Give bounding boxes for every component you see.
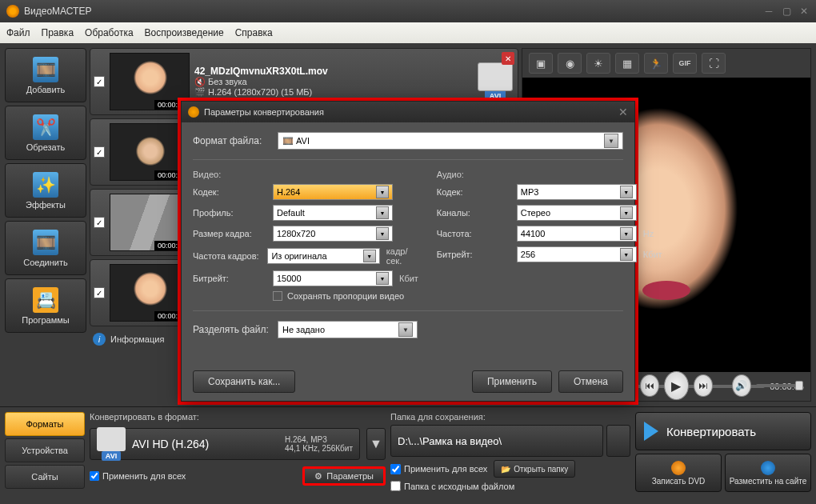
file-checkbox[interactable]: ✓ bbox=[94, 217, 105, 228]
video-codec-dropdown[interactable]: H.264▼ bbox=[273, 184, 393, 200]
apply-all-folder-checkbox[interactable]: Применить для всех bbox=[390, 464, 487, 474]
sidebar: 🎞️ Добавить ✂️ Обрезать ✨ Эффекты 🎞️ Сое… bbox=[5, 48, 86, 402]
menu-playback[interactable]: Воспроизведение bbox=[145, 27, 224, 38]
chevron-down-icon: ▼ bbox=[398, 322, 413, 337]
scissors-icon: ✂️ bbox=[33, 114, 58, 140]
video-section-label: Видео: bbox=[193, 170, 421, 179]
keep-aspect-checkbox[interactable]: Сохранять пропорции видео bbox=[273, 291, 421, 301]
sidebar-join[interactable]: 🎞️ Соединить bbox=[5, 221, 86, 275]
gear-icon bbox=[188, 106, 199, 118]
join-icon: 🎞️ bbox=[33, 230, 58, 255]
crop-tool-icon[interactable]: ▣ bbox=[529, 53, 553, 74]
playback-controls: ⏮ ▶ ⏭ 🔊 bbox=[640, 371, 803, 400]
file-name: 42_MDzIQmvnuXR3X0tL.mov bbox=[194, 66, 471, 77]
video-profile-label: Профиль: bbox=[193, 208, 270, 218]
audio-codec-label: Кодек: bbox=[437, 187, 514, 197]
menu-process[interactable]: Обработка bbox=[85, 27, 134, 38]
channels-dropdown[interactable]: Стерео▼ bbox=[517, 205, 637, 221]
dialog-buttons: Сохранить как... Применить Отмена bbox=[182, 370, 634, 401]
convert-arrow-icon bbox=[644, 422, 658, 441]
file-checkbox[interactable]: ✓ bbox=[94, 146, 105, 158]
volume-button[interactable]: 🔊 bbox=[732, 374, 751, 397]
menu-edit[interactable]: Правка bbox=[42, 27, 74, 38]
publish-button[interactable]: Разместить на сайте bbox=[725, 454, 811, 492]
gear-icon: ⚙ bbox=[314, 471, 322, 482]
source-folder-checkbox[interactable]: Папка с исходным файлом bbox=[390, 481, 514, 491]
file-meta: 42_MDzIQmvnuXR3X0tL.mov 🔇 Без звука 🎬 H.… bbox=[194, 66, 471, 98]
file-checkbox[interactable]: ✓ bbox=[94, 287, 105, 298]
play-button[interactable]: ▶ bbox=[664, 371, 689, 400]
file-audio: Без звука bbox=[208, 77, 247, 86]
sidebar-cut[interactable]: ✂️ Обрезать bbox=[5, 106, 86, 160]
parameters-button[interactable]: ⚙ Параметры bbox=[302, 466, 386, 486]
folder-path-selector[interactable]: D:\...\Рамка на видео\ bbox=[390, 425, 603, 457]
menu-help[interactable]: Справка bbox=[235, 27, 273, 38]
video-bitrate-dropdown[interactable]: 15000▼ bbox=[273, 270, 393, 286]
format-sub1: H.264, MP3 bbox=[285, 435, 353, 444]
prev-button[interactable]: ⏮ bbox=[640, 374, 659, 397]
speed-tool-icon[interactable]: 🏃 bbox=[644, 53, 668, 74]
next-button[interactable]: ⏭ bbox=[694, 374, 713, 397]
minimize-button[interactable]: ─ bbox=[763, 6, 774, 17]
info-label: Информация bbox=[110, 334, 164, 344]
brightness-tool-icon[interactable]: ☀ bbox=[586, 53, 610, 74]
dialog-close-button[interactable]: ✕ bbox=[618, 106, 628, 118]
folder-path: D:\...\Рамка на видео\ bbox=[398, 435, 502, 447]
sidebar-programs-label: Программы bbox=[22, 315, 69, 325]
fullscreen-tool-icon[interactable]: ⛶ bbox=[702, 53, 726, 74]
sidebar-programs[interactable]: 📇 Программы bbox=[5, 278, 86, 333]
info-icon: i bbox=[93, 333, 106, 346]
apply-all-label: Применить для всех bbox=[102, 471, 186, 481]
apply-button[interactable]: Применить bbox=[472, 370, 552, 393]
sidebar-join-label: Соединить bbox=[23, 258, 68, 267]
open-folder-button[interactable]: 📂 Открыть папку bbox=[494, 460, 575, 478]
audio-codec-dropdown[interactable]: MP3▼ bbox=[517, 184, 637, 200]
tab-formats[interactable]: Форматы bbox=[5, 412, 85, 436]
close-button[interactable]: ✕ bbox=[798, 6, 810, 17]
rotate-tool-icon[interactable]: ◉ bbox=[558, 53, 582, 74]
folder-label: Папка для сохранения: bbox=[390, 412, 630, 422]
convert-panel: Конвертировать в формат: AVI AVI HD (H.2… bbox=[90, 412, 386, 499]
split-file-value: Не задано bbox=[282, 325, 325, 334]
browse-folder-button[interactable] bbox=[606, 425, 630, 457]
file-checkbox[interactable]: ✓ bbox=[94, 76, 105, 87]
frequency-dropdown[interactable]: 44100▼ bbox=[517, 226, 637, 242]
video-bitrate-label: Битрейт: bbox=[193, 274, 270, 283]
sidebar-effects[interactable]: ✨ Эффекты bbox=[5, 163, 86, 218]
convert-button[interactable]: Конвертировать bbox=[635, 412, 811, 450]
folder-panel: Папка для сохранения: D:\...\Рамка на ви… bbox=[390, 412, 630, 499]
frame-size-dropdown[interactable]: 1280x720▼ bbox=[273, 226, 393, 242]
fps-dropdown[interactable]: Из оригинала▼ bbox=[267, 248, 379, 264]
window-title: ВидеоМАСТЕР bbox=[24, 6, 91, 17]
audio-column: Аудио: Кодек: MP3▼ Каналы: Стерео▼ Часто… bbox=[437, 170, 662, 301]
maximize-button[interactable]: ▢ bbox=[781, 6, 792, 17]
sidebar-add[interactable]: 🎞️ Добавить bbox=[5, 48, 86, 102]
remove-file-button[interactable]: ✕ bbox=[502, 52, 514, 65]
write-dvd-button[interactable]: Записать DVD bbox=[635, 454, 722, 492]
frequency-unit: Hz bbox=[643, 229, 654, 238]
format-sub2: 44,1 KHz, 256Кбит bbox=[285, 444, 353, 453]
video-profile-dropdown[interactable]: Default▼ bbox=[273, 205, 393, 221]
format-selector[interactable]: AVI AVI HD (H.264) H.264, MP3 44,1 KHz, … bbox=[90, 428, 360, 460]
tab-devices[interactable]: Устройства bbox=[5, 438, 85, 462]
sidebar-cut-label: Обрезать bbox=[26, 142, 66, 152]
sidebar-add-label: Добавить bbox=[26, 85, 66, 94]
frame-tool-icon[interactable]: ▦ bbox=[615, 53, 639, 74]
audio-bitrate-dropdown[interactable]: 256▼ bbox=[517, 246, 637, 262]
menu-file[interactable]: Файл bbox=[6, 27, 30, 38]
tab-sites[interactable]: Сайты bbox=[5, 465, 85, 489]
format-dropdown-arrow[interactable]: ▼ bbox=[366, 428, 386, 460]
frame-size-label: Размер кадра: bbox=[193, 229, 270, 238]
save-as-button[interactable]: Сохранить как... bbox=[193, 370, 295, 393]
app-logo-icon bbox=[6, 5, 19, 18]
dvd-icon bbox=[671, 461, 686, 475]
modal-highlight-frame: Параметры конвертирования ✕ Формат файла… bbox=[178, 98, 638, 405]
volume-slider[interactable] bbox=[756, 384, 803, 387]
split-file-dropdown[interactable]: Не задано ▼ bbox=[278, 321, 418, 338]
gif-tool-icon[interactable]: GIF bbox=[673, 53, 697, 74]
file-format-dropdown[interactable]: 🎞️ AVI ▼ bbox=[278, 132, 623, 150]
dialog-titlebar: Параметры конвертирования ✕ bbox=[182, 102, 634, 122]
dialog-title: Параметры конвертирования bbox=[204, 107, 324, 117]
apply-all-checkbox[interactable]: Применить для всех bbox=[90, 471, 186, 481]
cancel-button[interactable]: Отмена bbox=[558, 370, 623, 393]
